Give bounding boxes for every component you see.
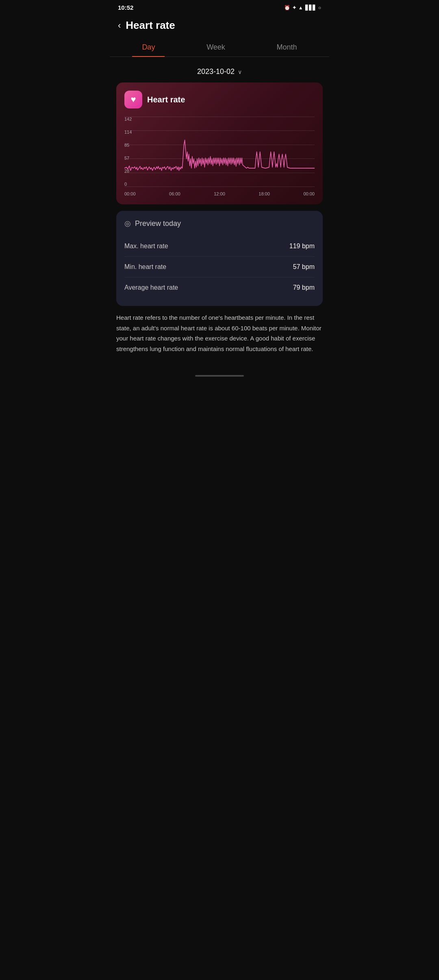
status-bar: 10:52 ⏰ ✦ ▲ ▋▋▋ ○ — [110, 0, 329, 14]
page-title: Heart rate — [126, 19, 175, 32]
chevron-down-icon: ∨ — [238, 69, 242, 75]
stats-header: ◎ Preview today — [124, 219, 315, 228]
stats-card: ◎ Preview today Max. heart rate 119 bpm … — [116, 211, 323, 306]
stat-row-avg: Average heart rate 79 bpm — [124, 278, 315, 298]
eye-icon: ◎ — [124, 219, 131, 228]
heart-rate-svg — [124, 117, 315, 190]
alarm-icon: ⏰ — [284, 5, 290, 11]
stat-label-avg: Average heart rate — [124, 284, 178, 291]
tab-week[interactable]: Week — [197, 38, 235, 56]
chart-title: Heart rate — [147, 95, 185, 104]
chart-x-labels: 00:00 06:00 12:00 18:00 00:00 — [124, 191, 315, 196]
heart-rate-chart-card: ♥ Heart rate 142 114 85 57 28 0 — [116, 82, 323, 204]
selected-date: 2023-10-02 — [197, 67, 235, 76]
wifi-icon: ▲ — [298, 5, 303, 11]
stat-row-min: Min. heart rate 57 bpm — [124, 257, 315, 278]
stat-row-max: Max. heart rate 119 bpm — [124, 236, 315, 257]
x-label-1800: 18:00 — [259, 191, 270, 196]
chart-area: 142 114 85 57 28 0 — [124, 117, 315, 196]
stat-value-min: 57 bpm — [293, 263, 315, 271]
home-indicator — [110, 370, 329, 383]
chart-header: ♥ Heart rate — [124, 91, 315, 108]
description-text: Heart rate refers to the number of one's… — [116, 312, 323, 354]
back-button[interactable]: ‹ — [118, 21, 121, 30]
heart-icon: ♥ — [124, 91, 142, 108]
circle-icon: ○ — [318, 5, 321, 11]
stat-value-avg: 79 bpm — [293, 284, 315, 291]
stat-label-max: Max. heart rate — [124, 243, 168, 250]
x-label-0600: 06:00 — [169, 191, 180, 196]
stat-value-max: 119 bpm — [289, 243, 315, 250]
x-label-0000: 00:00 — [124, 191, 136, 196]
status-time: 10:52 — [118, 4, 133, 11]
preview-title: Preview today — [135, 219, 181, 228]
tab-month[interactable]: Month — [267, 38, 307, 56]
status-icons: ⏰ ✦ ▲ ▋▋▋ ○ — [284, 5, 321, 11]
stat-label-min: Min. heart rate — [124, 263, 166, 271]
header: ‹ Heart rate — [110, 14, 329, 38]
date-selector[interactable]: 2023-10-02 ∨ — [110, 63, 329, 82]
tab-day[interactable]: Day — [132, 38, 165, 56]
x-label-1200: 12:00 — [214, 191, 225, 196]
x-label-0000-end: 00:00 — [303, 191, 315, 196]
tab-bar: Day Week Month — [110, 38, 329, 57]
signal-icon: ▋▋▋ — [305, 5, 316, 11]
bluetooth-icon: ✦ — [292, 5, 296, 11]
home-bar — [195, 375, 244, 377]
